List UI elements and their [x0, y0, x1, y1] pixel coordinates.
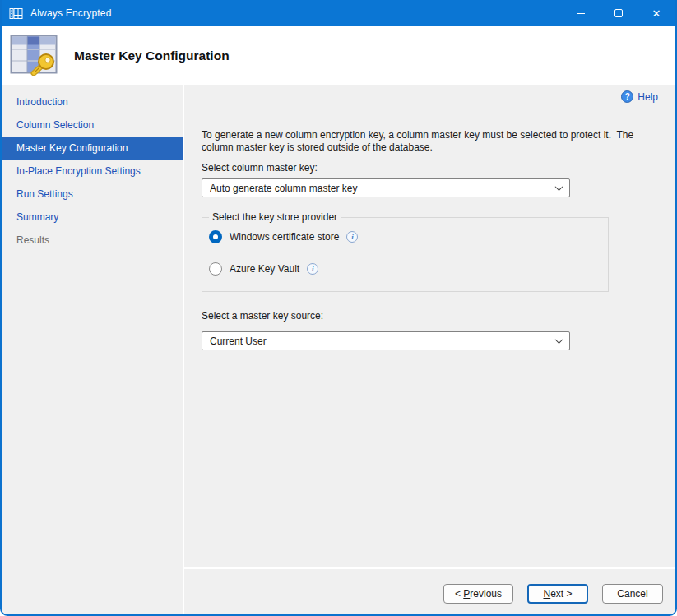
wizard-footer: < Previous Next > Cancel: [184, 567, 675, 614]
master-key-source-value: Current User: [210, 336, 556, 347]
wizard-header: Master Key Configuration: [2, 26, 675, 85]
always-encrypted-wizard-window: Always Encrypted ✕ Master Key Configurat…: [0, 0, 677, 616]
master-key-source-label: Select a master key source:: [202, 310, 675, 322]
minimize-icon: [577, 13, 585, 14]
chevron-down-icon: [555, 183, 563, 191]
master-key-source-select[interactable]: Current User: [202, 331, 570, 350]
radio-azure-key-vault-label: Azure Key Vault: [230, 263, 299, 275]
sidebar-item-in-place-encryption-settings[interactable]: In-Place Encryption Settings: [2, 160, 183, 183]
close-icon: ✕: [652, 8, 661, 19]
sidebar-item-run-settings[interactable]: Run Settings: [2, 183, 183, 206]
radio-unchecked-icon: [209, 262, 222, 276]
info-icon[interactable]: i: [307, 263, 318, 275]
minimize-button[interactable]: [562, 0, 600, 26]
maximize-button[interactable]: [600, 0, 638, 26]
window-title: Always Encrypted: [30, 7, 112, 19]
info-icon[interactable]: i: [346, 231, 358, 243]
column-master-key-value: Auto generate column master key: [210, 183, 556, 194]
column-master-key-label: Select column master key:: [202, 162, 675, 174]
key-store-provider-group-title: Select the key store provider: [209, 211, 341, 223]
intro-text: To generate a new column encryption key,…: [202, 129, 635, 154]
sidebar-item-results: Results: [2, 229, 183, 252]
radio-windows-certificate-store-label: Windows certificate store: [230, 231, 339, 243]
title-bar: Always Encrypted ✕: [2, 0, 675, 26]
right-column: ? Help To generate a new column encrypti…: [184, 85, 675, 614]
previous-button[interactable]: < Previous: [443, 584, 513, 604]
chevron-down-icon: [555, 336, 563, 344]
cancel-button[interactable]: Cancel: [602, 584, 663, 604]
next-button[interactable]: Next >: [527, 584, 588, 604]
wizard-steps-sidebar: Introduction Column Selection Master Key…: [2, 85, 184, 614]
table-key-icon: [10, 35, 61, 77]
always-encrypted-app-icon: [9, 7, 23, 21]
close-button[interactable]: ✕: [638, 0, 675, 26]
radio-azure-key-vault[interactable]: Azure Key Vault i: [209, 262, 608, 276]
key-store-provider-group: Select the key store provider Windows ce…: [202, 217, 609, 292]
sidebar-item-summary[interactable]: Summary: [2, 206, 183, 229]
main-content: ? Help To generate a new column encrypti…: [184, 85, 675, 567]
maximize-icon: [614, 9, 623, 17]
help-icon: ?: [621, 90, 633, 103]
sidebar-item-master-key-configuration[interactable]: Master Key Configuration: [2, 137, 183, 160]
radio-checked-icon: [209, 230, 222, 243]
sidebar-item-introduction[interactable]: Introduction: [2, 90, 183, 113]
page-title: Master Key Configuration: [74, 49, 230, 63]
help-label: Help: [638, 91, 658, 103]
sidebar-item-column-selection[interactable]: Column Selection: [2, 113, 183, 137]
help-link[interactable]: ? Help: [621, 90, 658, 103]
radio-windows-certificate-store[interactable]: Windows certificate store i: [209, 230, 608, 243]
wizard-body: Introduction Column Selection Master Key…: [2, 85, 675, 614]
column-master-key-select[interactable]: Auto generate column master key: [202, 178, 570, 197]
